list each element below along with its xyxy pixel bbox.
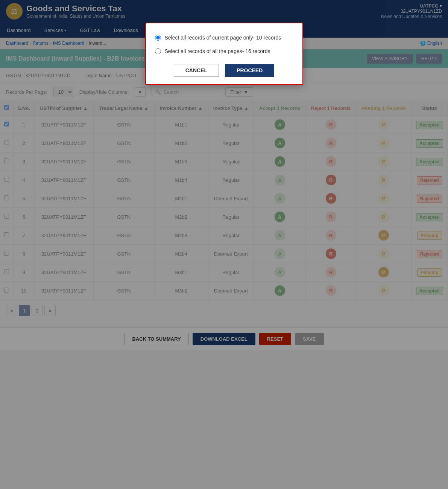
option1-radio[interactable] (155, 35, 161, 41)
select-records-modal: Select all records of current page only-… (145, 23, 303, 85)
proceed-button[interactable]: PROCEED (225, 64, 274, 77)
cancel-button[interactable]: CANCEL (174, 64, 219, 77)
option1-container[interactable]: Select all records of current page only-… (155, 31, 293, 44)
option1-label: Select all records of current page only-… (165, 35, 281, 41)
option2-radio[interactable] (155, 48, 161, 54)
modal-overlay: Select all records of current page only-… (0, 0, 448, 489)
modal-buttons: CANCEL PROCEED (155, 64, 293, 77)
option2-container[interactable]: Select all records of all the pages- 16 … (155, 44, 293, 58)
option2-label: Select all records of all the pages- 16 … (165, 48, 270, 54)
